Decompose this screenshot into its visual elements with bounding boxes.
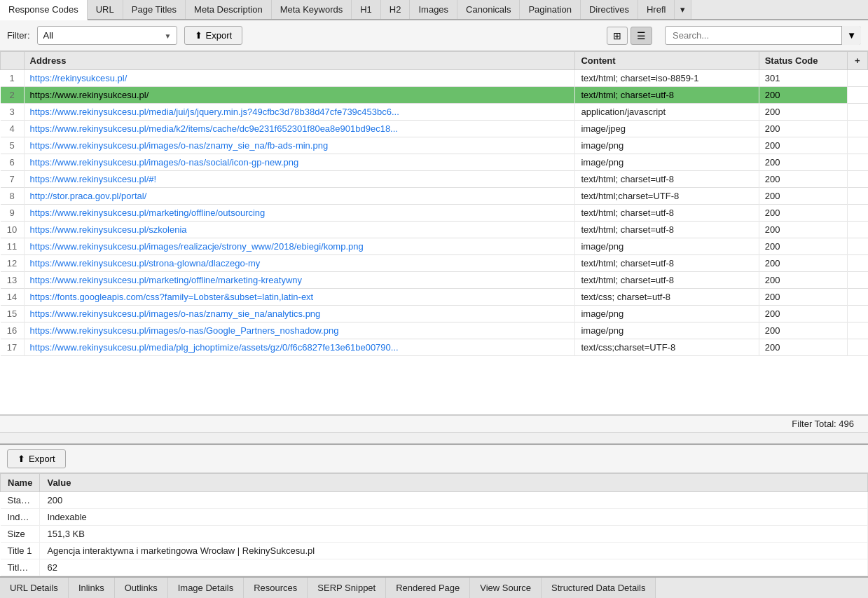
table-row[interactable]: 7https://www.rekinysukcesu.pl/#!text/htm…: [1, 171, 868, 188]
bottom-row-value: 151,3 KB: [40, 526, 868, 543]
bottom-tab-outlinks[interactable]: Outlinks: [115, 578, 168, 598]
row-address[interactable]: https://www.rekinysukcesu.pl/images/o-na…: [24, 322, 575, 339]
bottom-tab-inlinks[interactable]: Inlinks: [69, 578, 115, 598]
table-row[interactable]: 14https://fonts.googleapis.com/css?famil…: [1, 289, 868, 306]
bottom-export-button[interactable]: ⬆ Export: [7, 449, 66, 468]
table-row[interactable]: 9https://www.rekinysukcesu.pl/marketing/…: [1, 205, 868, 222]
row-address[interactable]: https://rekinysukcesu.pl/: [24, 70, 575, 87]
row-address[interactable]: https://www.rekinysukcesu.pl/marketing/o…: [24, 272, 575, 289]
bottom-tab-resources[interactable]: Resources: [244, 578, 308, 598]
bottom-table-container[interactable]: Name Value Status200IndexabilityIndexabl…: [0, 473, 868, 576]
export-label: Export: [206, 30, 233, 41]
table-row[interactable]: 13https://www.rekinysukcesu.pl/marketing…: [1, 272, 868, 289]
row-number: 5: [1, 137, 25, 154]
table-row[interactable]: 10https://www.rekinysukcesu.pl/szkolenia…: [1, 222, 868, 238]
top-tab-h1[interactable]: H1: [352, 0, 381, 19]
row-address[interactable]: https://www.rekinysukcesu.pl/marketing/o…: [24, 205, 575, 222]
table-row[interactable]: 1https://rekinysukcesu.pl/text/html; cha…: [1, 70, 868, 87]
bottom-table-row: IndexabilityIndexable: [1, 509, 868, 526]
table-row[interactable]: 17https://www.rekinysukcesu.pl/media/plg…: [1, 339, 868, 356]
table-row[interactable]: 15https://www.rekinysukcesu.pl/images/o-…: [1, 306, 868, 322]
bottom-row-value: 200: [40, 492, 868, 509]
filter-total-bar: Filter Total: 496: [0, 415, 868, 433]
row-address[interactable]: http://stor.praca.gov.pl/portal/: [24, 188, 575, 205]
top-tab-hrefl[interactable]: Hrefl: [638, 0, 675, 19]
table-row[interactable]: 4https://www.rekinysukcesu.pl/media/k2/i…: [1, 121, 868, 137]
list-view-button[interactable]: ☰: [631, 27, 652, 45]
top-tab-meta-description[interactable]: Meta Description: [186, 0, 272, 19]
row-content: text/html;charset=UTF-8: [575, 188, 759, 205]
row-address[interactable]: https://www.rekinysukcesu.pl/strona-glow…: [24, 255, 575, 272]
bottom-tab-url-details[interactable]: URL Details: [0, 578, 69, 598]
top-tab-canonicals[interactable]: Canonicals: [457, 0, 520, 19]
search-input[interactable]: [665, 26, 861, 45]
bottom-export-label: Export: [29, 454, 55, 464]
bottom-tab-bar: URL DetailsInlinksOutlinksImage DetailsR…: [0, 576, 868, 598]
bottom-row-value: Agencja interaktywna i marketingowa Wroc…: [40, 543, 868, 559]
top-tab-h2[interactable]: H2: [381, 0, 411, 19]
row-content: image/png: [575, 137, 759, 154]
row-content: text/html; charset=utf-8: [575, 171, 759, 188]
status-code-header[interactable]: Status Code: [759, 52, 847, 70]
row-address[interactable]: https://www.rekinysukcesu.pl/szkolenia: [24, 222, 575, 238]
content-header[interactable]: Content: [575, 52, 759, 70]
top-tab-directives[interactable]: Directives: [581, 0, 638, 19]
bottom-tab-view-source[interactable]: View Source: [470, 578, 542, 598]
top-tab-pagination[interactable]: Pagination: [520, 0, 580, 19]
table-row[interactable]: 8http://stor.praca.gov.pl/portal/text/ht…: [1, 188, 868, 205]
row-content: text/html; charset=utf-8: [575, 87, 759, 104]
bottom-name-header[interactable]: Name: [1, 474, 40, 492]
filter-select[interactable]: All: [37, 26, 177, 45]
row-address[interactable]: https://www.rekinysukcesu.pl/images/o-na…: [24, 137, 575, 154]
row-status: 200: [759, 205, 847, 222]
row-number: 6: [1, 154, 25, 171]
row-content: application/javascript: [575, 104, 759, 121]
row-address[interactable]: https://www.rekinysukcesu.pl/media/jui/j…: [24, 104, 575, 121]
row-number: 14: [1, 289, 25, 306]
more-tabs-button[interactable]: ▾: [675, 0, 691, 19]
row-address[interactable]: https://fonts.googleapis.com/css?family=…: [24, 289, 575, 306]
table-row[interactable]: 3https://www.rekinysukcesu.pl/media/jui/…: [1, 104, 868, 121]
horizontal-scrollbar[interactable]: [0, 433, 868, 444]
row-content: image/png: [575, 322, 759, 339]
row-number: 10: [1, 222, 25, 238]
top-tab-response-codes[interactable]: Response Codes: [0, 0, 88, 20]
export-button[interactable]: ⬆ Export: [184, 26, 243, 45]
bottom-table-row: Title 1Agencja interaktywna i marketingo…: [1, 543, 868, 559]
bottom-value-header[interactable]: Value: [40, 474, 868, 492]
row-address[interactable]: https://www.rekinysukcesu.pl/media/plg_j…: [24, 339, 575, 356]
row-number: 15: [1, 306, 25, 322]
bottom-tabs-container: URL DetailsInlinksOutlinksImage DetailsR…: [0, 578, 656, 598]
main-table-container[interactable]: Address Content Status Code + 1https://r…: [0, 51, 868, 415]
tree-view-button[interactable]: ⊞: [607, 27, 628, 45]
bottom-panel: ⬆ Export Name Value Status200Indexabilit…: [0, 444, 868, 598]
table-row[interactable]: 11https://www.rekinysukcesu.pl/images/re…: [1, 238, 868, 255]
top-tab-page-titles[interactable]: Page Titles: [123, 0, 186, 19]
bottom-tab-serp-snippet[interactable]: SERP Snippet: [308, 578, 386, 598]
row-number: 8: [1, 188, 25, 205]
table-row[interactable]: 12https://www.rekinysukcesu.pl/strona-gl…: [1, 255, 868, 272]
row-number: 11: [1, 238, 25, 255]
bottom-tab-rendered-page[interactable]: Rendered Page: [386, 578, 470, 598]
row-address[interactable]: https://www.rekinysukcesu.pl/images/o-na…: [24, 306, 575, 322]
row-address[interactable]: https://www.rekinysukcesu.pl/media/k2/it…: [24, 121, 575, 137]
top-tab-url[interactable]: URL: [88, 0, 123, 19]
top-tab-images[interactable]: Images: [410, 0, 457, 19]
bottom-row-value: 62: [40, 559, 868, 576]
row-address[interactable]: https://www.rekinysukcesu.pl/images/o-na…: [24, 154, 575, 171]
row-number: 1: [1, 70, 25, 87]
table-row[interactable]: 5https://www.rekinysukcesu.pl/images/o-n…: [1, 137, 868, 154]
bottom-tab-structured-data-details[interactable]: Structured Data Details: [542, 578, 656, 598]
row-address[interactable]: https://www.rekinysukcesu.pl/: [24, 87, 575, 104]
table-row[interactable]: 2https://www.rekinysukcesu.pl/text/html;…: [1, 87, 868, 104]
table-row[interactable]: 16https://www.rekinysukcesu.pl/images/o-…: [1, 322, 868, 339]
bottom-tab-image-details[interactable]: Image Details: [168, 578, 244, 598]
table-row[interactable]: 6https://www.rekinysukcesu.pl/images/o-n…: [1, 154, 868, 171]
row-address[interactable]: https://www.rekinysukcesu.pl/#!: [24, 171, 575, 188]
row-address[interactable]: https://www.rekinysukcesu.pl/images/real…: [24, 238, 575, 255]
add-column-button[interactable]: +: [847, 52, 867, 70]
search-dropdown-button[interactable]: ▼: [841, 26, 861, 45]
address-header[interactable]: Address: [24, 52, 575, 70]
top-tab-meta-keywords[interactable]: Meta Keywords: [272, 0, 352, 19]
filter-label: Filter:: [7, 30, 30, 41]
